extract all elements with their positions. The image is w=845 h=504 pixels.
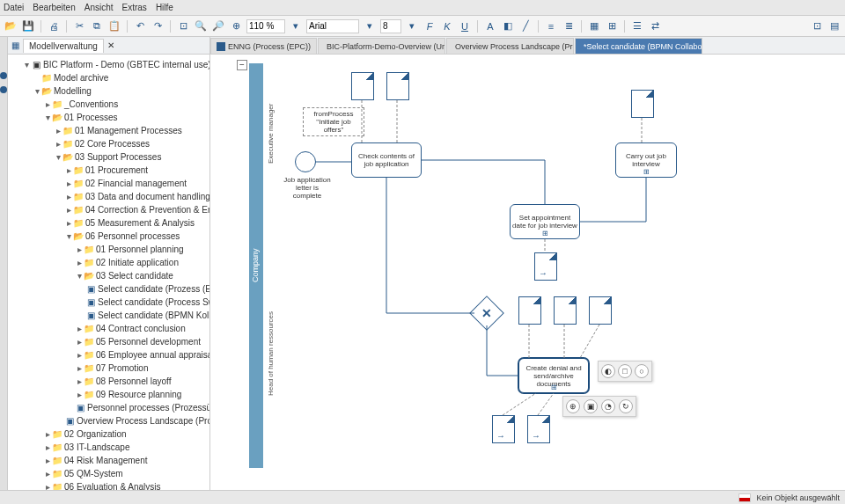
data-object-out[interactable] — [492, 415, 515, 443]
line-color-icon[interactable]: ╱ — [518, 19, 533, 33]
font-size-input[interactable] — [380, 19, 401, 33]
dropdown-icon[interactable]: ▾ — [289, 19, 303, 33]
mini-action-c[interactable]: ◔ — [601, 399, 615, 413]
editor-tab-bar: ENNG (Process (EPC)) BIC-Platform-Demo-O… — [210, 37, 845, 55]
gateway-exclusive[interactable]: ✕ — [469, 296, 504, 331]
zoom-100-icon[interactable]: ⊕ — [229, 19, 243, 33]
mini-action-a[interactable]: ⊕ — [566, 399, 580, 413]
model-explorer-panel: ▦ Modellverwaltung ✕ ▾▣BIC Platform - De… — [8, 37, 210, 490]
model-tree[interactable]: ▾▣BIC Platform - Demo (GBTEC internal us… — [8, 55, 209, 490]
data-object[interactable] — [554, 296, 577, 325]
mini-action-b[interactable]: ▣ — [584, 399, 598, 413]
menu-extras[interactable]: Extras — [122, 3, 147, 12]
align-left-icon[interactable]: ≡ — [544, 19, 558, 33]
mini-action-1[interactable]: ◐ — [601, 364, 615, 378]
copy-icon[interactable]: ⧉ — [90, 19, 104, 33]
menu-hilfe[interactable]: Hilfe — [156, 3, 173, 12]
collapse-toggle[interactable]: − — [237, 60, 247, 70]
task-appointment[interactable]: Set appointment date for job interview — [510, 204, 580, 239]
svg-line-9 — [538, 393, 554, 415]
context-toolbar: ◐ □ ○ — [598, 361, 652, 382]
cut-icon[interactable]: ✂ — [72, 19, 86, 33]
panel-tab-bar: ▦ Modellverwaltung ✕ — [8, 37, 209, 55]
task-interview[interactable]: Carry out job interview — [615, 142, 677, 178]
data-object[interactable] — [518, 296, 541, 325]
editor-tab[interactable]: BIC-Platform-Demo-Overview (Univers... — [318, 38, 445, 54]
mini-action-3[interactable]: ○ — [635, 364, 649, 378]
panel-tab-modellverwaltung[interactable]: Modellverwaltung — [23, 39, 104, 53]
lane-label-1[interactable]: Executive manager — [267, 72, 275, 195]
distribute-icon[interactable]: ⇄ — [648, 19, 662, 33]
align-center-icon[interactable]: ≣ — [562, 19, 576, 33]
svg-line-7 — [580, 325, 599, 358]
zoom-fit-icon[interactable]: ⊡ — [176, 19, 190, 33]
status-bar: Kein Objekt ausgewählt — [0, 490, 845, 504]
menu-bearbeiten[interactable]: Bearbeiten — [33, 3, 75, 12]
lane-label-2[interactable]: Head of human ressources — [267, 301, 275, 406]
data-object-out[interactable] — [534, 252, 557, 281]
zoom-value-input[interactable] — [246, 19, 285, 33]
start-event[interactable] — [295, 151, 316, 172]
zoom-out-icon[interactable]: 🔎 — [211, 19, 225, 33]
annotation[interactable]: fromProcess "Initiate job offers" — [303, 107, 364, 136]
editor-tab[interactable]: ENNG (Process (EPC)) — [210, 38, 317, 54]
data-object[interactable] — [631, 90, 654, 118]
dropdown-icon[interactable]: ▾ — [363, 19, 377, 33]
font-name-input[interactable] — [306, 19, 359, 33]
svg-line-8 — [503, 393, 536, 415]
editor-area: ENNG (Process (EPC)) BIC-Platform-Demo-O… — [210, 37, 845, 490]
menu-bar: Datei Bearbeiten Ansicht Extras Hilfe — [0, 0, 845, 16]
editor-tab-active[interactable]: *Select candidate (BPMN Collaboratio... — [575, 38, 702, 54]
lv-tab-1[interactable] — [0, 72, 7, 79]
save-icon[interactable]: 💾 — [21, 19, 35, 33]
data-object[interactable] — [386, 72, 409, 100]
menu-ansicht[interactable]: Ansicht — [84, 3, 114, 12]
undo-icon[interactable]: ↶ — [133, 19, 147, 33]
task-denial-selected[interactable]: Create denial and send/archive documents — [518, 358, 589, 393]
data-object[interactable] — [589, 296, 612, 325]
text-color-icon[interactable]: A — [483, 19, 497, 33]
menu-datei[interactable]: Datei — [4, 3, 24, 12]
views-icon[interactable]: ▤ — [827, 19, 841, 33]
main-toolbar: 📂 💾 🖨 ✂ ⧉ 📋 ↶ ↷ ⊡ 🔍 🔎 ⊕ ▾ ▾ ▾ F K U A ◧ … — [0, 16, 845, 37]
underline-icon[interactable]: U — [458, 19, 472, 33]
perspective-icon[interactable]: ⊡ — [810, 19, 824, 33]
dropdown-icon[interactable]: ▾ — [405, 19, 419, 33]
task-check[interactable]: Check contents of job application — [351, 142, 422, 178]
grid-icon[interactable]: ▦ — [587, 19, 601, 33]
left-vertical-tabs — [0, 37, 8, 490]
arrange-icon[interactable]: ☰ — [630, 19, 644, 33]
pool-label[interactable]: Company — [249, 63, 263, 468]
diagram-canvas[interactable]: Company Executive manager Head of human … — [210, 55, 845, 490]
status-message: Kein Objekt ausgewählt — [756, 493, 840, 502]
zoom-in-icon[interactable]: 🔍 — [194, 19, 208, 33]
fill-color-icon[interactable]: ◧ — [501, 19, 515, 33]
open-icon[interactable]: 📂 — [4, 19, 18, 33]
data-object-out[interactable] — [527, 415, 550, 443]
language-flag-icon[interactable] — [738, 493, 751, 502]
event-label: Job application letter is complete — [281, 176, 334, 200]
paste-icon[interactable]: 📋 — [107, 19, 121, 33]
snap-icon[interactable]: ⊞ — [605, 19, 619, 33]
mini-action-2[interactable]: □ — [618, 364, 632, 378]
data-object[interactable] — [351, 72, 374, 100]
context-toolbar-2: ⊕ ▣ ◔ ↻ — [562, 396, 636, 417]
redo-icon[interactable]: ↷ — [151, 19, 165, 33]
close-panel-icon[interactable]: ✕ — [107, 40, 114, 50]
editor-tab[interactable]: Overview Process Landscape (Process... — [446, 38, 574, 54]
italic-icon[interactable]: K — [440, 19, 454, 33]
mini-action-d[interactable]: ↻ — [619, 399, 633, 413]
lv-tab-2[interactable] — [0, 86, 7, 93]
bold-icon[interactable]: F — [422, 19, 437, 33]
print-icon[interactable]: 🖨 — [47, 19, 61, 33]
